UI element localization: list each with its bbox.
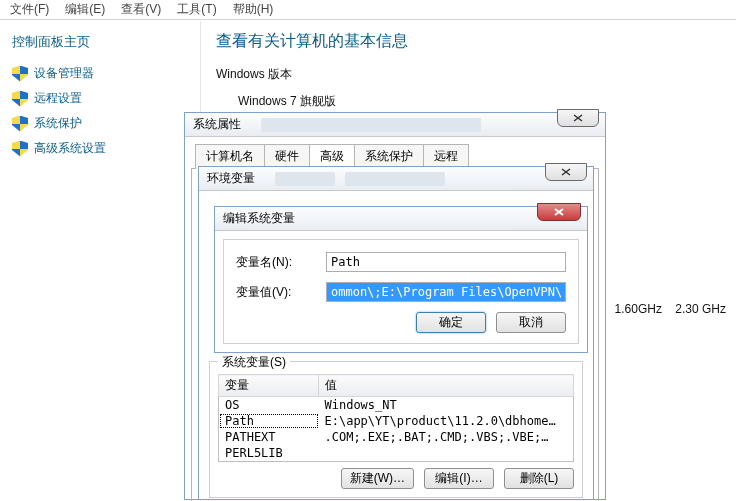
col-variable[interactable]: 变量 <box>219 375 319 397</box>
dialog-title: 编辑系统变量 <box>223 210 295 227</box>
edit-panel: 变量名(N): 变量值(V): 确定 取消 <box>223 239 579 344</box>
menu-tools[interactable]: 工具(T) <box>177 1 216 18</box>
variable-name-input[interactable] <box>326 252 566 272</box>
group-label: 系统变量(S) <box>218 354 290 371</box>
shield-icon <box>12 141 28 157</box>
menu-file[interactable]: 文件(F) <box>10 1 49 18</box>
env-titlebar[interactable]: 环境变量 <box>199 167 593 191</box>
env-button-row: 新建(W)… 编辑(I)… 删除(L) <box>218 468 574 489</box>
shield-icon <box>12 66 28 82</box>
menu-view[interactable]: 查看(V) <box>121 1 161 18</box>
sidebar: 控制面板主页 设备管理器 远程设置 系统保护 高级系统设置 <box>0 21 200 177</box>
shield-icon <box>12 91 28 107</box>
menu-edit[interactable]: 编辑(E) <box>65 1 105 18</box>
system-variables-table[interactable]: 变量 值 OS Windows_NT Path E:\app\YT\produc… <box>218 374 574 462</box>
sidebar-item-label: 设备管理器 <box>34 65 94 82</box>
close-button[interactable] <box>557 109 599 127</box>
var-name: Path <box>219 413 319 429</box>
menu-help[interactable]: 帮助(H) <box>233 1 274 18</box>
menu-bar: 文件(F) 编辑(E) 查看(V) 工具(T) 帮助(H) <box>0 0 736 20</box>
col-value[interactable]: 值 <box>319 375 574 397</box>
ok-button[interactable]: 确定 <box>416 312 486 333</box>
dialog-title: 环境变量 <box>207 170 255 187</box>
var-value <box>319 445 574 462</box>
variable-name-label: 变量名(N): <box>236 254 326 271</box>
sidebar-item-label: 远程设置 <box>34 90 82 107</box>
sidebar-item-remote-settings[interactable]: 远程设置 <box>12 90 188 107</box>
close-icon <box>560 167 572 177</box>
sidebar-item-advanced-system-settings[interactable]: 高级系统设置 <box>12 140 188 157</box>
blurred-region <box>345 172 445 186</box>
edit-button-row: 确定 取消 <box>236 312 566 333</box>
close-button[interactable] <box>537 203 581 221</box>
table-row[interactable]: OS Windows_NT <box>219 397 574 414</box>
blurred-region <box>261 118 481 132</box>
table-row[interactable]: PATHEXT .COM;.EXE;.BAT;.CMD;.VBS;.VBE;… <box>219 429 574 445</box>
close-icon <box>552 207 566 217</box>
system-properties-titlebar[interactable]: 系统属性 <box>185 113 605 137</box>
cpu-frequency: 1.60GHz 2.30 GHz <box>605 302 726 316</box>
system-variables-group: 系统变量(S) 变量 值 OS Windows_NT Path E:\app\Y… <box>209 361 583 498</box>
variable-value-input[interactable] <box>326 282 566 302</box>
var-name: PERL5LIB <box>219 445 319 462</box>
sidebar-title: 控制面板主页 <box>12 33 188 51</box>
var-name: OS <box>219 397 319 414</box>
var-value: E:\app\YT\product\11.2.0\dbhome… <box>319 413 574 429</box>
var-name: PATHEXT <box>219 429 319 445</box>
section-windows-edition: Windows 版本 <box>216 66 736 83</box>
table-row[interactable]: Path E:\app\YT\product\11.2.0\dbhome… <box>219 413 574 429</box>
page-title: 查看有关计算机的基本信息 <box>216 31 736 52</box>
cpu-base-freq: 1.60GHz <box>615 302 662 316</box>
sidebar-item-system-protection[interactable]: 系统保护 <box>12 115 188 132</box>
var-value: Windows_NT <box>319 397 574 414</box>
table-row[interactable]: PERL5LIB <box>219 445 574 462</box>
sidebar-item-label: 系统保护 <box>34 115 82 132</box>
edit-system-variable-dialog: 编辑系统变量 变量名(N): 变量值(V): 确定 取消 <box>214 206 588 353</box>
close-button[interactable] <box>545 163 587 181</box>
dialog-title: 系统属性 <box>193 116 241 133</box>
main-content: 查看有关计算机的基本信息 Windows 版本 Windows 7 旗舰版 <box>216 21 736 110</box>
shield-icon <box>12 116 28 132</box>
windows-edition-value: Windows 7 旗舰版 <box>238 93 736 110</box>
cpu-max-freq: 2.30 GHz <box>675 302 726 316</box>
edit-button[interactable]: 编辑(I)… <box>424 468 494 489</box>
edit-titlebar[interactable]: 编辑系统变量 <box>215 207 587 231</box>
close-icon <box>572 113 584 123</box>
cancel-button[interactable]: 取消 <box>496 312 566 333</box>
blurred-region <box>275 172 335 186</box>
delete-button[interactable]: 删除(L) <box>504 468 574 489</box>
new-button[interactable]: 新建(W)… <box>341 468 414 489</box>
variable-value-label: 变量值(V): <box>236 284 326 301</box>
sidebar-item-label: 高级系统设置 <box>34 140 106 157</box>
var-value: .COM;.EXE;.BAT;.CMD;.VBS;.VBE;… <box>319 429 574 445</box>
sidebar-item-device-manager[interactable]: 设备管理器 <box>12 65 188 82</box>
